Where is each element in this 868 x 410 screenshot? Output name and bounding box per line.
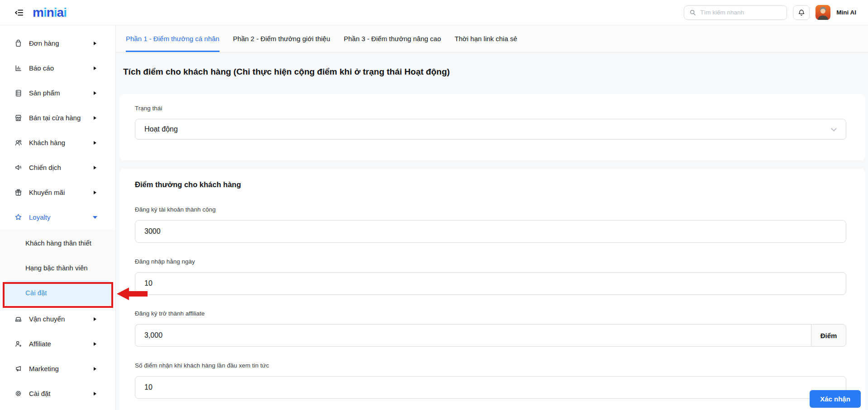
sidebar-item-san-pham[interactable]: Sản phẩm — [0, 80, 115, 105]
chevron-right-icon — [94, 317, 96, 321]
gear-icon — [14, 389, 23, 398]
sidebar-collapse-icon[interactable] — [14, 7, 25, 19]
sidebar-item-marketing[interactable]: Marketing — [0, 356, 115, 381]
search-input[interactable] — [700, 9, 782, 16]
submenu-item-khach-hang-than-thiet[interactable]: Khách hàng thân thiết — [0, 231, 115, 255]
submenu-item-cai-dat[interactable]: Cài đặt — [4, 280, 112, 305]
field-dang-ky-affiliate: Đăng ký trở thành affiliate Điểm — [135, 310, 846, 347]
sidebar-item-ban-tai-cua-hang[interactable]: Bán tại cửa hàng — [0, 105, 115, 130]
storefront-icon — [14, 113, 23, 123]
confirm-button[interactable]: Xác nhận — [810, 390, 861, 408]
chevron-down-icon — [93, 216, 97, 219]
section-title: Điểm thưởng cho khách hàng — [135, 180, 846, 189]
loyalty-submenu: Khách hàng thân thiết Hạng bậc thành viê… — [0, 230, 115, 306]
sidebar-item-affiliate[interactable]: Affiliate — [0, 331, 115, 356]
bell-icon — [797, 9, 806, 17]
chevron-right-icon — [94, 42, 96, 45]
gift-icon — [14, 188, 23, 197]
sidebar-item-khach-hang[interactable]: Khách hàng — [0, 130, 115, 155]
megaphone-icon — [14, 364, 23, 373]
users-icon — [14, 138, 23, 147]
chevron-right-icon — [94, 66, 96, 70]
field-dang-ky-tai-khoan: Đăng ký tài khoản thành công — [135, 206, 846, 243]
status-select-value: Hoạt động — [144, 125, 178, 133]
tab-phan-1[interactable]: Phần 1 - Điểm thưởng cá nhân — [119, 25, 226, 52]
daily-login-points-input[interactable] — [135, 272, 846, 295]
search-icon — [689, 9, 696, 16]
app-root: miniai — [0, 0, 868, 410]
status-select[interactable]: Hoạt động — [135, 119, 846, 140]
field-dang-nhap-hang-ngay: Đăng nhập hằng ngày — [135, 258, 846, 295]
sidebar-item-bao-cao[interactable]: Báo cáo — [0, 56, 115, 80]
chevron-right-icon — [94, 342, 96, 346]
truck-icon — [14, 315, 23, 324]
chevron-right-icon — [94, 166, 96, 170]
points-unit-addon: Điểm — [811, 324, 846, 347]
star-icon — [14, 213, 23, 222]
bar-chart-icon — [14, 64, 23, 73]
signup-points-input[interactable] — [135, 220, 846, 243]
status-card: Trạng thái Hoạt động — [119, 94, 865, 160]
quick-search — [684, 5, 787, 20]
tab-phan-3[interactable]: Phần 3 - Điểm thưởng nâng cao — [337, 25, 448, 52]
main-content: Phần 1 - Điểm thưởng cá nhân Phần 2 - Đi… — [116, 25, 868, 410]
notifications-button[interactable] — [793, 5, 810, 20]
affiliate-points-input[interactable] — [135, 324, 811, 347]
sidebar-item-don-hang[interactable]: Đơn hàng — [0, 31, 115, 56]
chevron-right-icon — [94, 367, 96, 371]
chevron-down-icon — [831, 126, 837, 132]
top-header: miniai — [0, 0, 868, 25]
user-plus-icon — [14, 339, 23, 349]
chevron-right-icon — [94, 91, 96, 95]
sidebar-item-cai-dat[interactable]: Cài đặt — [0, 381, 115, 406]
page-title: Tích điểm cho khách hàng (Chỉ thực hiện … — [123, 67, 868, 77]
tab-bar: Phần 1 - Điểm thưởng cá nhân Phần 2 - Đi… — [116, 25, 868, 52]
chevron-right-icon — [94, 191, 96, 194]
chevron-right-icon — [94, 141, 96, 145]
product-list-icon — [14, 89, 23, 98]
chevron-right-icon — [94, 116, 96, 120]
speaker-icon — [14, 163, 23, 172]
status-label: Trạng thái — [135, 105, 846, 112]
sidebar-item-loyalty[interactable]: Loyalty — [0, 205, 115, 230]
sidebar-item-van-chuyen[interactable]: Vận chuyển — [0, 306, 115, 331]
tab-phan-2[interactable]: Phần 2 - Điểm thưởng giới thiệu — [226, 25, 337, 52]
chevron-right-icon — [94, 392, 96, 396]
sidebar-item-chien-dich[interactable]: Chiến dịch — [0, 155, 115, 180]
shopping-bag-icon — [14, 39, 23, 48]
user-avatar[interactable] — [816, 5, 830, 20]
user-name: Mini AI — [836, 9, 856, 16]
submenu-item-hang-bac-thanh-vien[interactable]: Hạng bậc thành viên — [0, 255, 115, 280]
field-xem-tin-tuc: Số điểm nhận khi khách hàng lần đầu xem … — [135, 362, 846, 399]
sidebar-item-khuyen-mai[interactable]: Khuyến mãi — [0, 180, 115, 205]
points-card: Điểm thưởng cho khách hàng Đăng ký tài k… — [119, 169, 865, 410]
miniai-logo[interactable]: miniai — [33, 5, 67, 20]
tab-thoi-han-link[interactable]: Thời hạn link chia sẻ — [448, 25, 524, 52]
sidebar-nav: Đơn hàng Báo cáo Sản phẩm — [0, 25, 116, 410]
first-news-view-points-input[interactable] — [135, 376, 846, 399]
